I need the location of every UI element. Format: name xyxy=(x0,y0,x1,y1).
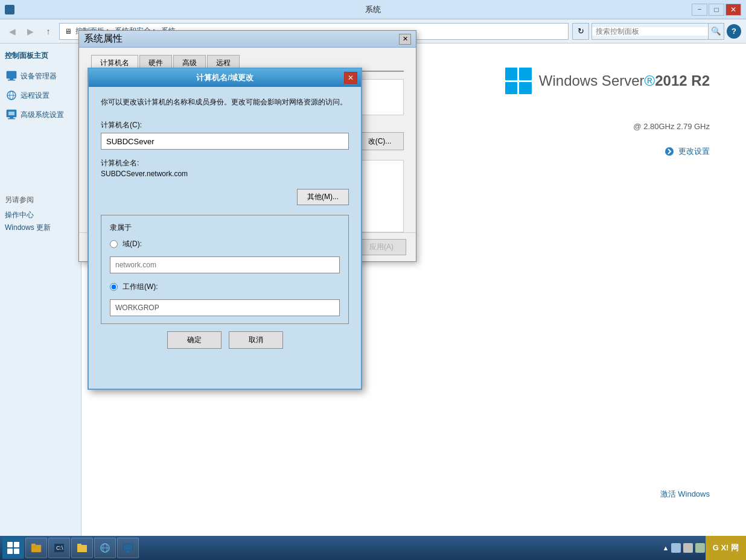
sys-props-title: 系统属性 xyxy=(84,33,123,45)
change-settings-label: 更改设置 xyxy=(678,146,710,157)
remote-icon xyxy=(6,90,17,101)
maximize-button[interactable]: □ xyxy=(709,4,724,16)
start-quad-2 xyxy=(14,542,19,547)
svg-text:C:\: C:\ xyxy=(56,545,63,551)
search-box: 🔍 xyxy=(591,23,724,40)
workgroup-label[interactable]: 工作组(W): xyxy=(123,282,158,292)
start-quad-4 xyxy=(14,549,19,554)
svg-rect-12 xyxy=(31,544,36,546)
network-icon xyxy=(99,542,111,554)
full-name-value: SUBDCSever.network.com xyxy=(101,170,349,178)
sys-props-close-button[interactable]: ✕ xyxy=(399,34,411,45)
inner-dialog-body: 你可以更改该计算机的名称和成员身份。更改可能会影响对网络资源的访问。 计算机名(… xyxy=(89,87,361,389)
minimize-button[interactable]: － xyxy=(692,4,707,16)
title-bar-left xyxy=(5,5,14,14)
inner-dialog-description: 你可以更改该计算机的名称和成员身份。更改可能会影响对网络资源的访问。 xyxy=(101,97,349,108)
computer-name-input[interactable] xyxy=(101,133,349,150)
domain-input[interactable] xyxy=(110,256,340,273)
start-button[interactable] xyxy=(2,537,24,559)
inner-dialog-title: 计算机名/域更改 xyxy=(196,72,253,83)
workgroup-radio-row: 工作组(W): xyxy=(110,282,340,292)
inner-dialog-close-button[interactable]: ✕ xyxy=(344,72,357,84)
search-button[interactable]: 🔍 xyxy=(708,24,724,39)
svg-rect-20 xyxy=(123,544,133,550)
forward-button[interactable]: ▶ xyxy=(23,24,37,39)
svg-rect-16 xyxy=(77,544,81,546)
inner-ok-button[interactable]: 确定 xyxy=(167,331,222,349)
taskbar-network-button[interactable] xyxy=(94,538,116,558)
sidebar-label-remote: 远程设置 xyxy=(21,91,49,101)
sidebar-item-devices[interactable]: 设备管理器 xyxy=(5,68,76,84)
start-icon xyxy=(7,542,19,554)
cpu-info: @ 2.80GHz 2.79 GHz xyxy=(633,122,710,131)
member-of-title: 隶属于 xyxy=(110,223,340,233)
member-of-group: 隶属于 域(D): 工作组(W): xyxy=(101,215,349,324)
refresh-button[interactable]: ↻ xyxy=(572,23,589,40)
gx-text: G X! 网 xyxy=(713,542,739,553)
tray-icon-3 xyxy=(695,543,705,553)
svg-rect-8 xyxy=(8,118,15,119)
workgroup-input[interactable] xyxy=(110,299,340,316)
taskbar-file-explorer-button[interactable] xyxy=(25,538,47,558)
server-brand-text: Windows Server®2012 R2 xyxy=(539,72,710,89)
taskbar: C:\ ▲ M 22:22 G X! 网 xyxy=(0,536,746,560)
sidebar-label-devices: 设备管理器 xyxy=(21,71,57,81)
folder-icon xyxy=(76,542,88,554)
svg-point-10 xyxy=(665,147,674,156)
breadcrumb-icon: 🖥 xyxy=(65,27,72,36)
windows-update-label: Windows 更新 xyxy=(5,223,51,232)
svg-rect-0 xyxy=(7,71,16,78)
workgroup-radio[interactable] xyxy=(110,283,118,291)
computer-name-label: 计算机名(C): xyxy=(101,120,349,130)
help-button[interactable]: ? xyxy=(727,24,741,39)
logo-quad-3 xyxy=(505,82,518,95)
file-explorer-icon xyxy=(30,542,42,554)
sidebar-item-remote[interactable]: 远程设置 xyxy=(5,88,76,103)
sys-props-apply-button[interactable]: 应用(A) xyxy=(357,239,406,255)
terminal-icon: C:\ xyxy=(53,542,65,554)
svg-rect-21 xyxy=(126,550,130,552)
taskbar-terminal-button[interactable]: C:\ xyxy=(48,538,70,558)
other-button[interactable]: 其他(M)... xyxy=(297,189,349,205)
activate-windows-link[interactable]: 激活 Windows xyxy=(660,489,710,500)
sidebar-item-windows-update[interactable]: Windows 更新 xyxy=(5,223,76,233)
also-see-label: 另请参阅 xyxy=(5,195,76,205)
change-button-partial[interactable]: 改(C)... xyxy=(355,132,404,150)
gx-badge: G X! 网 xyxy=(706,536,746,560)
sidebar: 控制面板主页 设备管理器 远程设置 高级系统设置 xyxy=(0,43,81,536)
tray-icon-2 xyxy=(683,543,693,553)
sidebar-item-action-center[interactable]: 操作中心 xyxy=(5,210,76,220)
inner-dialog-titlebar: 计算机名/域更改 ✕ xyxy=(89,69,361,87)
taskbar-system-button[interactable] xyxy=(117,538,139,558)
taskbar-system-icon xyxy=(122,542,134,554)
taskbar-folder-button[interactable] xyxy=(71,538,93,558)
change-settings-link[interactable]: 更改设置 xyxy=(664,146,710,157)
search-input[interactable] xyxy=(592,27,708,36)
sys-props-titlebar: 系统属性 ✕ xyxy=(79,31,416,48)
system-icon xyxy=(5,5,14,14)
window-title: 系统 xyxy=(365,4,381,15)
sidebar-item-advanced[interactable]: 高级系统设置 xyxy=(5,107,76,122)
domain-label[interactable]: 域(D): xyxy=(123,239,142,249)
change-settings-icon xyxy=(664,146,675,157)
start-quad-3 xyxy=(7,549,13,554)
tray-arrow[interactable]: ▲ xyxy=(663,544,669,552)
svg-rect-2 xyxy=(8,80,15,81)
svg-rect-22 xyxy=(124,552,132,553)
advanced-icon xyxy=(6,109,17,120)
svg-rect-1 xyxy=(10,78,13,80)
tray-icon-1 xyxy=(671,543,681,553)
start-quad-1 xyxy=(7,542,13,547)
computer-name-dialog: 计算机名/域更改 ✕ 你可以更改该计算机的名称和成员身份。更改可能会影响对网络资… xyxy=(88,68,362,390)
sidebar-label-advanced: 高级系统设置 xyxy=(21,110,64,120)
close-button[interactable]: ✕ xyxy=(725,4,741,16)
domain-radio-row: 域(D): xyxy=(110,239,340,249)
action-center-label: 操作中心 xyxy=(5,211,34,219)
inner-cancel-button[interactable]: 取消 xyxy=(229,331,283,349)
sidebar-title: 控制面板主页 xyxy=(5,51,76,61)
back-button[interactable]: ◀ xyxy=(5,24,19,39)
server-logo: Windows Server®2012 R2 xyxy=(505,68,710,94)
up-button[interactable]: ↑ xyxy=(41,24,56,39)
full-name-label: 计算机全名: xyxy=(101,158,349,168)
domain-radio[interactable] xyxy=(110,240,118,248)
